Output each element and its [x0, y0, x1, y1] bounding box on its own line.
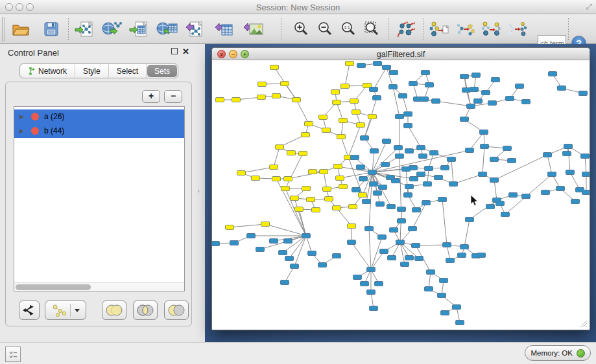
graph-node-blue [558, 86, 566, 91]
graph-node-yellow [323, 187, 331, 192]
graph-node-blue [405, 149, 414, 154]
graph-node-yellow [350, 99, 359, 104]
remove-set-button[interactable]: − [164, 90, 182, 103]
first-neighbors-expand-icon[interactable] [453, 17, 477, 41]
memory-status-button[interactable]: Memory: OK [525, 345, 591, 361]
graph-node-blue [380, 249, 388, 254]
graph-node-blue [470, 87, 479, 92]
tab-select-label: Select [117, 67, 138, 76]
set-row-b[interactable]: ▶ b (44) [14, 124, 184, 138]
graph-node-blue [404, 112, 412, 117]
graph-node-blue [508, 159, 516, 163]
network-frame-title: galFiltered.sif [212, 50, 590, 59]
tab-network[interactable]: Network [20, 64, 75, 78]
graph-node-blue [409, 227, 417, 231]
tab-style[interactable]: Style [75, 64, 109, 78]
export-table-icon[interactable] [212, 17, 235, 41]
first-neighbors-hide-icon[interactable] [505, 17, 529, 41]
sets-panel: + − ▶ a (26) ▶ b (44) [5, 82, 192, 326]
network-frame[interactable]: x − + galFiltered.sif [211, 47, 590, 330]
graph-node-yellow [357, 123, 365, 128]
graph-node-blue [571, 199, 580, 204]
graph-node-blue [481, 144, 489, 149]
intersect-sets-button[interactable] [133, 301, 158, 320]
network-view[interactable] [212, 60, 590, 330]
close-panel-icon[interactable]: ✕ [182, 47, 189, 56]
graph-node-yellow [226, 225, 234, 230]
graph-node-blue [446, 258, 455, 263]
window-titlebar[interactable]: Session: New Session ⤢ [0, 0, 596, 14]
import-table-file-icon[interactable] [127, 17, 150, 41]
main-toolbar: 1:1 ? [0, 14, 596, 44]
tab-style-label: Style [83, 67, 101, 76]
export-network-icon[interactable] [183, 17, 206, 41]
graph-node-blue [401, 262, 409, 267]
task-history-button[interactable] [5, 347, 21, 362]
graph-node-blue [405, 185, 414, 189]
open-folder-icon[interactable] [9, 17, 32, 41]
save-session-icon[interactable] [40, 17, 63, 41]
tab-select[interactable]: Select [109, 64, 147, 78]
import-network-web-icon[interactable] [100, 17, 123, 41]
union-sets-button[interactable] [102, 301, 126, 320]
splitter-collapse-icon[interactable]: ‹ [198, 188, 200, 194]
zoom-actual-size-icon[interactable]: 1:1 [337, 17, 361, 41]
horizontal-scrollbar[interactable] [14, 282, 184, 291]
graph-node-yellow [346, 62, 354, 66]
graph-node-blue [456, 321, 464, 325]
graph-node-blue [449, 182, 458, 187]
graph-node-blue [359, 177, 368, 181]
first-neighbors-file-icon[interactable] [427, 17, 451, 41]
graph-node-blue [420, 97, 429, 102]
network-frame-titlebar[interactable]: x − + galFiltered.sif [212, 48, 590, 60]
graph-node-yellow [349, 205, 357, 209]
apply-layout-icon[interactable] [394, 17, 418, 41]
first-neighbors-select-icon[interactable] [479, 17, 503, 41]
status-bar: Memory: OK [0, 342, 596, 364]
expander-icon[interactable]: ▶ [19, 128, 26, 134]
split-arrows-icon [22, 304, 36, 317]
graph-node-blue [378, 235, 387, 240]
scrollbar-thumb[interactable] [16, 284, 91, 290]
mouse-cursor-icon [470, 194, 479, 207]
resize-grip-icon[interactable] [578, 319, 588, 328]
zoom-out-icon[interactable] [314, 17, 337, 41]
graph-node-blue [370, 149, 379, 154]
graph-node-blue [453, 305, 461, 310]
graph-node-blue [256, 247, 265, 252]
graph-node-yellow [270, 165, 278, 170]
create-set-from-network-button[interactable] [45, 301, 86, 320]
graph-node-blue [422, 201, 431, 205]
graph-node-blue [522, 100, 530, 104]
toolbar-separator [388, 18, 388, 40]
add-set-button[interactable]: + [142, 90, 160, 103]
graph-node-blue [381, 163, 390, 167]
tab-sets[interactable]: Sets [147, 65, 177, 77]
difference-sets-button[interactable] [164, 301, 189, 320]
panel-splitter[interactable]: ‹ [195, 44, 205, 342]
sets-list[interactable]: ▶ a (26) ▶ b (44) [14, 106, 185, 291]
dropdown-caret-icon[interactable] [74, 308, 80, 313]
graph-node-blue [318, 263, 327, 267]
control-panel-header: Control Panel ✕ [0, 44, 195, 61]
zoom-fit-selected-icon[interactable] [361, 17, 384, 41]
graph-node-yellow [331, 90, 340, 95]
graph-node-blue [409, 82, 418, 86]
zoom-in-icon[interactable] [290, 17, 313, 41]
import-table-web-icon[interactable] [155, 17, 178, 41]
graph-node-yellow [272, 94, 281, 98]
import-network-file-icon[interactable] [73, 17, 96, 41]
graph-node-yellow [352, 110, 361, 115]
fullscreen-icon[interactable]: ⤢ [586, 2, 592, 11]
network-canvas[interactable] [212, 60, 590, 330]
set-row-a[interactable]: ▶ a (26) [14, 109, 184, 124]
graph-node-yellow [348, 224, 356, 229]
graph-node-blue [474, 99, 483, 104]
toolbar-drag-handle[interactable] [2, 17, 5, 41]
graph-node-yellow [232, 98, 241, 102]
expander-icon[interactable]: ▶ [19, 113, 26, 120]
graph-node-blue [348, 240, 356, 245]
export-image-icon[interactable] [241, 17, 265, 41]
split-set-button[interactable] [19, 301, 40, 320]
float-panel-icon[interactable] [171, 48, 178, 54]
